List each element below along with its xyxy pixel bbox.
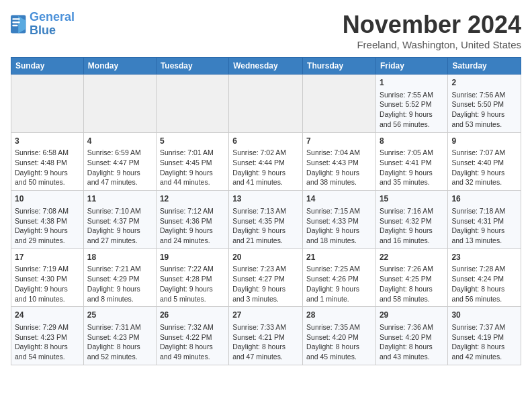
day-number: 7 (306, 136, 372, 147)
day-number: 1 (380, 77, 444, 89)
cell-w3-d2: 11Sunrise: 7:10 AM Sunset: 4:37 PM Dayli… (83, 191, 156, 249)
day-info: Sunrise: 6:58 AM Sunset: 4:48 PM Dayligh… (15, 148, 80, 187)
day-info: Sunrise: 7:25 AM Sunset: 4:26 PM Dayligh… (306, 264, 372, 304)
day-number: 10 (15, 193, 80, 205)
cell-w1-d7: 2Sunrise: 7:56 AM Sunset: 5:50 PM Daylig… (448, 75, 521, 133)
cell-w1-d6: 1Sunrise: 7:55 AM Sunset: 5:52 PM Daylig… (375, 75, 447, 133)
cell-w4-d4: 20Sunrise: 7:23 AM Sunset: 4:27 PM Dayli… (229, 248, 303, 307)
day-number: 15 (380, 193, 444, 205)
header-row: Sunday Monday Tuesday Wednesday Thursday… (11, 58, 521, 75)
cell-w2-d5: 7Sunrise: 7:04 AM Sunset: 4:43 PM Daylig… (303, 132, 376, 191)
logo-text: General Blue (30, 11, 75, 38)
cell-w4-d5: 21Sunrise: 7:25 AM Sunset: 4:26 PM Dayli… (303, 248, 376, 307)
cell-w1-d3 (156, 75, 228, 133)
month-title: November 2024 (343, 11, 521, 39)
day-number: 23 (451, 252, 517, 263)
day-number: 11 (87, 193, 152, 205)
cell-w1-d4 (229, 75, 303, 133)
day-number: 25 (87, 310, 152, 321)
day-info: Sunrise: 7:08 AM Sunset: 4:38 PM Dayligh… (15, 206, 80, 246)
cell-w3-d6: 15Sunrise: 7:16 AM Sunset: 4:32 PM Dayli… (375, 191, 447, 249)
cell-w3-d7: 16Sunrise: 7:18 AM Sunset: 4:31 PM Dayli… (448, 191, 521, 249)
cell-w5-d6: 29Sunrise: 7:36 AM Sunset: 4:20 PM Dayli… (375, 307, 447, 365)
col-wednesday: Wednesday (229, 58, 303, 75)
header: General Blue November 2024 Freeland, Was… (11, 11, 521, 50)
cell-w2-d4: 6Sunrise: 7:02 AM Sunset: 4:44 PM Daylig… (229, 132, 303, 191)
col-sunday: Sunday (11, 58, 84, 75)
day-number: 22 (380, 252, 444, 263)
cell-w5-d7: 30Sunrise: 7:37 AM Sunset: 4:19 PM Dayli… (448, 307, 521, 365)
col-monday: Monday (83, 58, 156, 75)
title-section: November 2024 Freeland, Washington, Unit… (343, 11, 521, 50)
day-info: Sunrise: 7:37 AM Sunset: 4:19 PM Dayligh… (451, 322, 517, 362)
col-tuesday: Tuesday (156, 58, 228, 75)
day-info: Sunrise: 7:35 AM Sunset: 4:20 PM Dayligh… (306, 322, 372, 362)
day-number: 6 (232, 136, 299, 147)
cell-w5-d4: 27Sunrise: 7:33 AM Sunset: 4:21 PM Dayli… (229, 307, 303, 365)
day-number: 17 (15, 252, 80, 263)
day-info: Sunrise: 7:12 AM Sunset: 4:36 PM Dayligh… (160, 206, 225, 246)
cell-w1-d2 (83, 75, 156, 133)
day-info: Sunrise: 7:22 AM Sunset: 4:28 PM Dayligh… (160, 264, 225, 304)
location-title: Freeland, Washington, United States (343, 39, 521, 50)
cell-w2-d6: 8Sunrise: 7:05 AM Sunset: 4:41 PM Daylig… (375, 132, 447, 191)
day-info: Sunrise: 7:07 AM Sunset: 4:40 PM Dayligh… (451, 148, 517, 187)
svg-rect-4 (12, 25, 17, 26)
day-number: 29 (380, 310, 444, 321)
day-number: 12 (160, 193, 225, 205)
day-info: Sunrise: 7:55 AM Sunset: 5:52 PM Dayligh… (380, 90, 444, 130)
cell-w5-d2: 25Sunrise: 7:31 AM Sunset: 4:23 PM Dayli… (83, 307, 156, 365)
day-info: Sunrise: 7:29 AM Sunset: 4:23 PM Dayligh… (15, 322, 80, 362)
cell-w5-d1: 24Sunrise: 7:29 AM Sunset: 4:23 PM Dayli… (11, 307, 84, 365)
day-info: Sunrise: 7:16 AM Sunset: 4:32 PM Dayligh… (380, 206, 444, 246)
cell-w2-d7: 9Sunrise: 7:07 AM Sunset: 4:40 PM Daylig… (448, 132, 521, 191)
logo-line2: Blue (30, 24, 56, 37)
cell-w4-d2: 18Sunrise: 7:21 AM Sunset: 4:29 PM Dayli… (83, 248, 156, 307)
day-info: Sunrise: 7:31 AM Sunset: 4:23 PM Dayligh… (87, 322, 152, 362)
day-number: 21 (306, 252, 372, 263)
day-info: Sunrise: 7:32 AM Sunset: 4:22 PM Dayligh… (160, 322, 225, 362)
day-number: 4 (87, 136, 152, 147)
day-info: Sunrise: 6:59 AM Sunset: 4:47 PM Dayligh… (87, 148, 152, 187)
day-number: 2 (451, 77, 517, 89)
day-info: Sunrise: 7:36 AM Sunset: 4:20 PM Dayligh… (380, 322, 444, 362)
svg-rect-3 (12, 21, 19, 23)
week-row-4: 17Sunrise: 7:19 AM Sunset: 4:30 PM Dayli… (11, 248, 521, 307)
day-number: 20 (232, 252, 299, 263)
day-info: Sunrise: 7:15 AM Sunset: 4:33 PM Dayligh… (306, 206, 372, 246)
day-info: Sunrise: 7:26 AM Sunset: 4:25 PM Dayligh… (380, 264, 444, 304)
day-info: Sunrise: 7:18 AM Sunset: 4:31 PM Dayligh… (451, 206, 517, 246)
day-info: Sunrise: 7:56 AM Sunset: 5:50 PM Dayligh… (451, 90, 517, 130)
day-number: 27 (232, 310, 299, 321)
cell-w1-d5 (303, 75, 376, 133)
day-info: Sunrise: 7:33 AM Sunset: 4:21 PM Dayligh… (232, 322, 299, 362)
svg-rect-2 (12, 18, 19, 19)
day-number: 19 (160, 252, 225, 263)
week-row-5: 24Sunrise: 7:29 AM Sunset: 4:23 PM Dayli… (11, 307, 521, 365)
calendar-table: Sunday Monday Tuesday Wednesday Thursday… (11, 57, 521, 365)
day-number: 3 (15, 136, 80, 147)
cell-w4-d1: 17Sunrise: 7:19 AM Sunset: 4:30 PM Dayli… (11, 248, 84, 307)
day-info: Sunrise: 7:02 AM Sunset: 4:44 PM Dayligh… (232, 148, 299, 187)
cell-w4-d6: 22Sunrise: 7:26 AM Sunset: 4:25 PM Dayli… (375, 248, 447, 307)
day-number: 5 (160, 136, 225, 147)
day-number: 13 (232, 193, 299, 205)
col-friday: Friday (375, 58, 447, 75)
day-number: 9 (451, 136, 517, 147)
week-row-1: 1Sunrise: 7:55 AM Sunset: 5:52 PM Daylig… (11, 75, 521, 133)
day-info: Sunrise: 7:23 AM Sunset: 4:27 PM Dayligh… (232, 264, 299, 304)
day-info: Sunrise: 7:21 AM Sunset: 4:29 PM Dayligh… (87, 264, 152, 304)
day-info: Sunrise: 7:19 AM Sunset: 4:30 PM Dayligh… (15, 264, 80, 304)
day-info: Sunrise: 7:01 AM Sunset: 4:45 PM Dayligh… (160, 148, 225, 187)
day-number: 8 (380, 136, 444, 147)
day-number: 30 (451, 310, 517, 321)
cell-w5-d5: 28Sunrise: 7:35 AM Sunset: 4:20 PM Dayli… (303, 307, 376, 365)
col-thursday: Thursday (303, 58, 376, 75)
day-info: Sunrise: 7:05 AM Sunset: 4:41 PM Dayligh… (380, 148, 444, 187)
day-number: 26 (160, 310, 225, 321)
cell-w5-d3: 26Sunrise: 7:32 AM Sunset: 4:22 PM Dayli… (156, 307, 228, 365)
col-saturday: Saturday (448, 58, 521, 75)
cell-w2-d1: 3Sunrise: 6:58 AM Sunset: 4:48 PM Daylig… (11, 132, 84, 191)
day-number: 28 (306, 310, 372, 321)
week-row-2: 3Sunrise: 6:58 AM Sunset: 4:48 PM Daylig… (11, 132, 521, 191)
